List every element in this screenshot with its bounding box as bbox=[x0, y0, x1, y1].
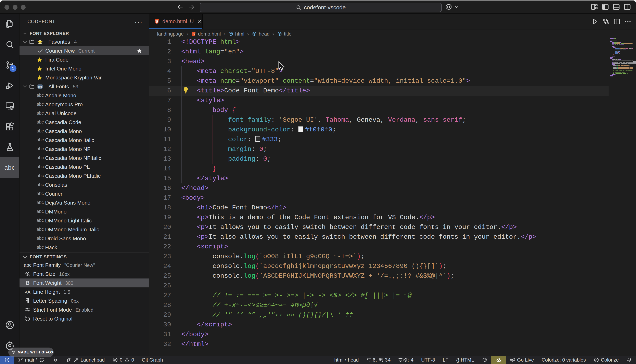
chevron-down-icon[interactable] bbox=[22, 84, 28, 89]
minimize-button[interactable] bbox=[13, 5, 18, 10]
tree-item-dmmono[interactable]: abcDMMono bbox=[20, 207, 149, 216]
status-launchpad[interactable]: Launchpad bbox=[62, 356, 109, 364]
status-copilot-status[interactable] bbox=[478, 356, 491, 364]
status-go-live[interactable]: Go Live bbox=[506, 356, 538, 364]
setting-strict-font-mode[interactable]: Strict Font ModeEnabled bbox=[20, 305, 149, 314]
command-center-search[interactable]: codefont-vscode bbox=[200, 3, 442, 12]
breadcrumb-item-html[interactable]: html bbox=[228, 31, 244, 37]
tree-item-dmmono-light-italic[interactable]: abcDMMono Light Italic bbox=[20, 216, 149, 225]
tree-item-cascadia-code[interactable]: abcCascadia Code bbox=[20, 118, 149, 127]
activitybar-run-debug-icon[interactable] bbox=[0, 75, 19, 96]
tree-item-courier[interactable]: abcCourier bbox=[20, 189, 149, 198]
tree-item-cascadia-mono[interactable]: abcCascadia Mono bbox=[20, 127, 149, 136]
status-extension-chip[interactable] bbox=[491, 356, 506, 364]
favorite-star-icon[interactable] bbox=[137, 48, 142, 54]
tree-item-consolas[interactable]: abcConsolas bbox=[20, 180, 149, 189]
tree-item-dejavu-sans-mono[interactable]: abcDejaVu Sans Mono bbox=[20, 198, 149, 207]
code-area[interactable]: 1<!DOCTYPE html>2<html lang="en">3<head>… bbox=[149, 38, 636, 356]
activitybar-search-icon[interactable] bbox=[0, 34, 19, 55]
toggle-sidebar-icon[interactable] bbox=[601, 3, 609, 11]
copilot-menu[interactable] bbox=[445, 3, 459, 11]
tree-item-label: Fira Code bbox=[45, 57, 69, 63]
back-icon[interactable] bbox=[176, 4, 185, 10]
tree-item-cascadia-mono-nfitalic[interactable]: abcCascadia Mono NFItalic bbox=[20, 154, 149, 162]
activitybar-account-icon[interactable] bbox=[0, 315, 20, 335]
tree-item-cascadia-mono-italic[interactable]: abcCascadia Mono Italic bbox=[20, 136, 149, 144]
tree-item-all-fonts[interactable]: abcAll Fonts53 bbox=[20, 82, 149, 91]
close-tab-icon[interactable] bbox=[197, 19, 202, 24]
chevron-down-icon[interactable] bbox=[22, 39, 28, 44]
tree-item-fira-code[interactable]: Fira Code bbox=[20, 55, 149, 64]
status-colorize-variables[interactable]: Colorize: 0 variables bbox=[538, 356, 590, 364]
activitybar-codefont-abc-icon[interactable]: abc bbox=[0, 157, 19, 178]
breadcrumb-item-title[interactable]: title bbox=[277, 31, 291, 37]
knot-icon bbox=[496, 357, 501, 363]
breadcrumb-item-head[interactable]: head bbox=[252, 31, 269, 37]
toggle-panel-icon[interactable] bbox=[612, 3, 620, 11]
status-notifications[interactable] bbox=[622, 356, 636, 364]
tree-item-monaspace-krypton-var[interactable]: Monaspace Krypton Var bbox=[20, 73, 149, 82]
abc-icon: abc bbox=[37, 227, 44, 232]
tree-item-courier-new[interactable]: Courier NewCurrent bbox=[20, 46, 149, 55]
activitybar-testing-icon[interactable] bbox=[0, 137, 19, 157]
code-line-27: 27 // != := === >= >- >=> |-> -> <$> </>… bbox=[149, 291, 636, 300]
status-git-branch[interactable]: main* bbox=[14, 356, 49, 364]
customize-layout-icon[interactable] bbox=[590, 3, 598, 11]
tree-item-anonymous-pro[interactable]: abcAnonymous Pro bbox=[20, 100, 149, 109]
tab-demo-html[interactable]: demo.html U bbox=[149, 14, 203, 29]
section-font-explorer[interactable]: FONT EXPLORER bbox=[20, 30, 149, 38]
status-language-mode[interactable]: {} HTML bbox=[452, 356, 478, 364]
breadcrumb-item-demo-html[interactable]: demo.html bbox=[191, 31, 221, 37]
tree-item-hack[interactable]: abcHack bbox=[20, 243, 149, 252]
section-font-settings[interactable]: FONT SETTINGS bbox=[20, 252, 149, 260]
open-changes-icon[interactable] bbox=[602, 18, 609, 25]
status-eol[interactable]: LF bbox=[439, 356, 452, 364]
forward-icon[interactable] bbox=[187, 4, 195, 10]
activitybar-explorer-icon[interactable] bbox=[0, 14, 19, 34]
tab-bar: demo.html U bbox=[149, 14, 636, 30]
activitybar-extensions-icon[interactable] bbox=[0, 116, 19, 137]
tree-item-intel-one-mono[interactable]: Intel One Mono bbox=[20, 64, 149, 73]
run-icon[interactable] bbox=[591, 18, 599, 25]
status-git-graph-button[interactable] bbox=[49, 356, 62, 364]
setting-reset-to-original[interactable]: Reset to Original bbox=[20, 314, 149, 323]
minimap[interactable] bbox=[608, 38, 633, 356]
split-editor-icon[interactable] bbox=[613, 18, 620, 25]
tree-item-cascadia-mono-nf[interactable]: abcCascadia Mono NF bbox=[20, 144, 149, 154]
setting-font-weight[interactable]: BFont Weight300 bbox=[20, 278, 149, 288]
editor-group: demo.html U bbox=[149, 14, 636, 356]
tree-item-cascadia-mono-pl[interactable]: abcCascadia Mono PL bbox=[20, 162, 149, 172]
tree-item-arial-unicode[interactable]: abcArial Unicode bbox=[20, 109, 149, 118]
line-number: 7 bbox=[149, 96, 171, 106]
status-remote-indicator[interactable] bbox=[0, 356, 14, 364]
status-colorize-toggle[interactable]: Colorize bbox=[590, 356, 622, 364]
breadcrumb-item-landingpage[interactable]: landingpage bbox=[157, 31, 184, 37]
status-cursor-position[interactable]: 6, 34 bbox=[362, 356, 394, 364]
breadcrumb-separator: › bbox=[247, 31, 250, 37]
remote-icon bbox=[4, 357, 10, 363]
status-problems[interactable]: 00 bbox=[109, 356, 138, 364]
ellipsis-icon[interactable] bbox=[624, 18, 631, 25]
more-actions-icon[interactable]: ··· bbox=[135, 21, 143, 23]
tree-item-favorites[interactable]: Favorites4 bbox=[20, 38, 149, 46]
activitybar-remote-explorer-icon[interactable] bbox=[0, 96, 19, 116]
setting-line-height[interactable]: AALine Height1.5 bbox=[20, 288, 149, 296]
zoom-button[interactable] bbox=[21, 5, 26, 10]
activitybar-source-control-icon[interactable]: 1 bbox=[0, 55, 19, 75]
status-encoding[interactable]: UTF-8 bbox=[417, 356, 439, 364]
tree-item-droid-sans-mono[interactable]: abcDroid Sans Mono bbox=[20, 234, 149, 243]
setting-font-family[interactable]: abcFont Family"Courier New" bbox=[20, 260, 149, 270]
tree-item-dmmono-medium-italic[interactable]: abcDMMono Medium Italic bbox=[20, 225, 149, 234]
close-button[interactable] bbox=[5, 5, 9, 10]
line-number: 17 bbox=[149, 193, 171, 203]
status-breadcrumb-position[interactable]: html › head bbox=[330, 356, 362, 364]
chevron-down-icon bbox=[454, 5, 459, 9]
setting-letter-spacing[interactable]: Letter Spacing0px bbox=[20, 296, 149, 305]
status-indentation[interactable]: : 4 bbox=[394, 356, 417, 364]
setting-font-size[interactable]: Font Size16px bbox=[20, 270, 149, 278]
status-git-graph-label[interactable]: Git Graph bbox=[138, 356, 167, 364]
lightbulb-icon[interactable] bbox=[182, 87, 189, 94]
toggle-secondary-sidebar-icon[interactable] bbox=[623, 3, 631, 11]
tree-item-cascadia-mono-plitalic[interactable]: abcCascadia Mono PLItalic bbox=[20, 172, 149, 180]
tree-item-andale-mono[interactable]: abcAndale Mono bbox=[20, 91, 149, 100]
